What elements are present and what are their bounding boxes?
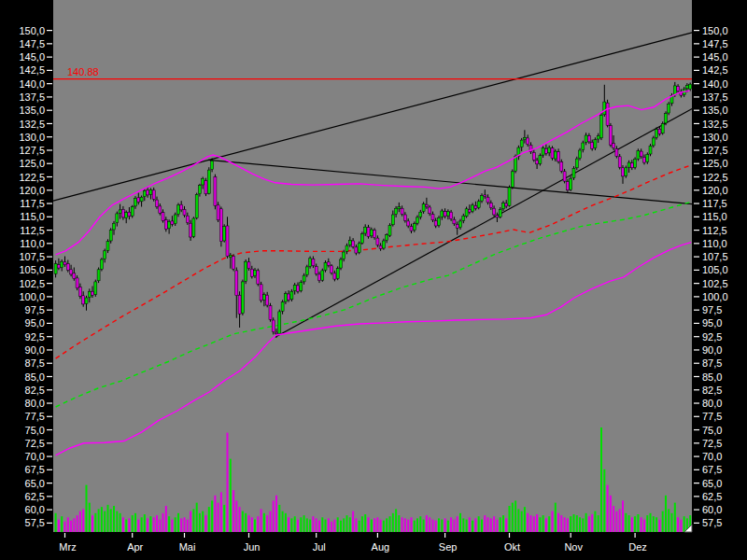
candle-down xyxy=(269,306,272,320)
x-month-label: Dez xyxy=(628,541,647,553)
volume-bar xyxy=(481,520,483,532)
volume-bar xyxy=(557,513,559,532)
candle-down xyxy=(233,257,235,270)
y-tick-label-left: 67,5 xyxy=(25,464,45,475)
candle-up xyxy=(477,202,480,208)
volume-bar xyxy=(493,516,495,532)
volume-bar xyxy=(227,433,229,532)
candle-up xyxy=(668,104,670,113)
candle-down xyxy=(121,209,124,217)
candle-up xyxy=(685,85,688,88)
candle-up xyxy=(358,244,360,253)
volume-bar xyxy=(242,511,244,532)
candle-up xyxy=(572,168,575,177)
y-tick-label-left: 147,5 xyxy=(19,38,45,49)
plot-area[interactable] xyxy=(53,0,692,532)
volume-bar xyxy=(153,517,155,532)
candle-up xyxy=(446,212,449,217)
volume-bar xyxy=(368,517,370,532)
y-tick-label-right: 82,5 xyxy=(702,385,722,396)
y-tick-label-left: 90,0 xyxy=(25,344,45,356)
volume-bar xyxy=(610,496,612,532)
y-tick-label-right: 67,5 xyxy=(702,464,722,475)
candle-down xyxy=(78,287,81,297)
volume-bar xyxy=(211,500,213,532)
volume-bar xyxy=(64,522,66,532)
volume-bar xyxy=(184,517,186,532)
candle-up xyxy=(134,198,137,206)
volume-bar xyxy=(680,520,682,532)
y-tick-label-right: 132,5 xyxy=(702,119,728,130)
candle-down xyxy=(331,266,333,273)
candle-up xyxy=(548,147,551,153)
chart-canvas: 140.88 57,560,062,565,067,570,072,575,07… xyxy=(0,0,747,560)
y-tick-label-right: 85,0 xyxy=(702,371,722,383)
candle-up xyxy=(637,151,640,160)
volume-bar xyxy=(132,515,134,532)
volume-bar xyxy=(282,511,284,532)
candle-down xyxy=(238,295,241,314)
candle-up xyxy=(575,159,578,168)
volume-bar xyxy=(533,516,535,532)
y-tick-label-right: 137,5 xyxy=(702,91,728,103)
candle-up xyxy=(661,124,664,133)
y-tick-label-left: 110,0 xyxy=(20,238,45,249)
volume-bar xyxy=(190,511,191,532)
y-tick-label-left: 97,5 xyxy=(25,304,45,315)
volume-bar xyxy=(450,517,452,532)
candle-down xyxy=(275,332,278,334)
y-tick-label-right: 150,0 xyxy=(702,25,728,36)
candle-down xyxy=(401,208,403,214)
candle-down xyxy=(450,212,453,218)
volume-bar xyxy=(300,517,302,532)
volume-bar xyxy=(349,517,351,532)
candle-down xyxy=(260,285,262,301)
candle-down xyxy=(489,203,492,208)
volume-bar xyxy=(303,515,305,532)
volume-bar xyxy=(116,511,118,532)
volume-bar xyxy=(653,516,655,532)
volume-bar xyxy=(582,518,584,532)
candle-up xyxy=(438,218,441,226)
y-tick-label-right: 97,5 xyxy=(702,304,722,315)
volume-bar xyxy=(134,513,136,532)
y-tick-label-left: 105,0 xyxy=(19,264,45,275)
volume-bar xyxy=(429,517,430,532)
volume-bar xyxy=(245,513,247,532)
candle-up xyxy=(419,212,422,217)
volume-bar xyxy=(285,513,287,532)
volume-bar xyxy=(82,509,84,532)
x-month-label: Nov xyxy=(564,541,583,553)
volume-bar xyxy=(490,518,492,532)
chart-window: 140.88 57,560,062,565,067,570,072,575,07… xyxy=(0,0,747,560)
volume-bar xyxy=(502,515,504,532)
candle-down xyxy=(318,274,321,281)
volume-bar xyxy=(122,517,124,532)
candle-up xyxy=(321,271,324,280)
y-tick-label-left: 107,5 xyxy=(19,251,45,262)
candle-up xyxy=(345,245,348,251)
volume-bar xyxy=(426,515,428,532)
volume-bar xyxy=(598,515,599,532)
y-tick-label-right: 102,5 xyxy=(702,278,728,289)
y-axis-right: 57,560,062,565,067,570,072,575,077,580,0… xyxy=(694,25,728,529)
candle-up xyxy=(388,225,391,235)
y-tick-label-right: 65,0 xyxy=(702,478,722,489)
candle-down xyxy=(247,262,250,269)
candle-down xyxy=(257,271,260,284)
volume-bar xyxy=(472,521,473,532)
candle-up xyxy=(100,259,103,269)
candle-down xyxy=(217,205,219,220)
volume-bar xyxy=(92,515,93,532)
candle-down xyxy=(327,262,330,265)
y-tick-label-left: 112,5 xyxy=(20,225,45,236)
y-tick-label-right: 70,0 xyxy=(702,451,722,462)
volume-bar xyxy=(273,500,275,532)
y-axis-left: 57,560,062,565,067,570,072,575,077,580,0… xyxy=(19,25,52,529)
y-tick-label-left: 80,0 xyxy=(25,398,45,409)
candle-up xyxy=(113,223,116,230)
candle-up xyxy=(54,264,57,274)
y-tick-label-right: 147,5 xyxy=(702,38,728,49)
volume-bar xyxy=(309,520,311,532)
volume-bar xyxy=(625,513,627,532)
